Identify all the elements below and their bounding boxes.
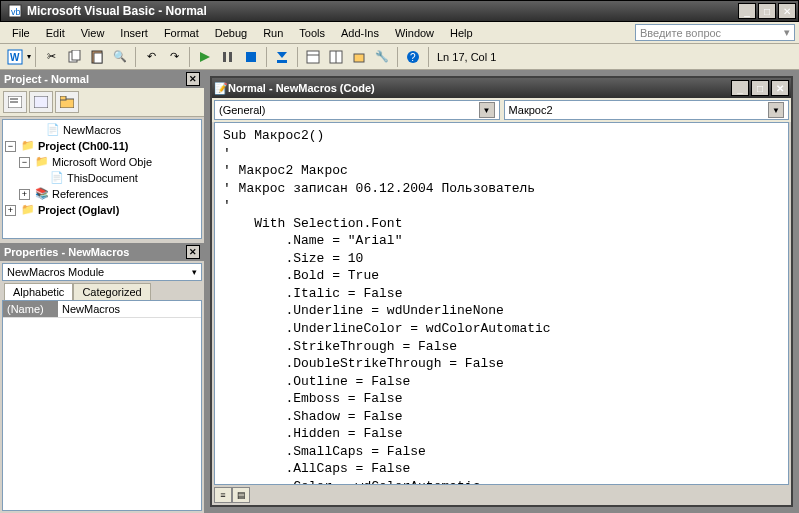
help-search-input[interactable]: Введите вопрос▾ (635, 24, 795, 41)
folder-icon: 📁 (35, 155, 49, 169)
tree-node-newmacros[interactable]: 📄NewMacros (5, 122, 199, 138)
help-icon[interactable]: ? (402, 46, 424, 68)
toolbar: W ▾ ✂ 🔍 ↶ ↷ 🔧 ? Ln 17, Col 1 (0, 44, 799, 70)
properties-panel-close-icon[interactable]: ✕ (186, 245, 200, 259)
tree-node-project2[interactable]: +📁Project (Oglavl) (5, 202, 199, 218)
svg-rect-18 (354, 54, 364, 62)
project-panel-title: Project - Normal ✕ (0, 70, 204, 88)
menu-run[interactable]: Run (255, 25, 291, 41)
toolbox-icon[interactable]: 🔧 (371, 46, 393, 68)
menu-format[interactable]: Format (156, 25, 207, 41)
code-editor[interactable]: Sub Макрос2() ' ' Макрос2 Макрос ' Макро… (214, 122, 789, 485)
view-object-icon[interactable] (29, 91, 53, 113)
module-icon: 📄 (46, 123, 60, 137)
menubar: File Edit View Insert Format Debug Run T… (0, 22, 799, 44)
code-icon: 📝 (214, 82, 228, 95)
properties-grid[interactable]: (Name) NewMacros (2, 300, 202, 511)
project-explorer-icon[interactable] (302, 46, 324, 68)
minimize-button[interactable]: _ (738, 3, 756, 19)
tree-node-project1[interactable]: −📁Project (Ch00-11) (5, 138, 199, 154)
project-icon: 📁 (21, 139, 35, 153)
chevron-down-icon: ▼ (768, 102, 784, 118)
svg-rect-5 (72, 50, 80, 60)
word-icon[interactable]: W (4, 46, 26, 68)
menu-edit[interactable]: Edit (38, 25, 73, 41)
svg-text:W: W (10, 52, 20, 63)
maximize-button[interactable]: □ (758, 3, 776, 19)
references-icon: 📚 (35, 187, 49, 201)
svg-rect-9 (223, 52, 226, 62)
break-icon[interactable] (217, 46, 239, 68)
code-close-button[interactable]: ✕ (771, 80, 789, 96)
document-icon: 📄 (50, 171, 64, 185)
menu-addins[interactable]: Add-Ins (333, 25, 387, 41)
tree-node-wordobj[interactable]: −📁Microsoft Word Obje (5, 154, 199, 170)
object-browser-icon[interactable] (348, 46, 370, 68)
properties-panel-title: Properties - NewMacros ✕ (0, 243, 204, 261)
svg-rect-24 (34, 96, 48, 108)
collapse-icon[interactable]: − (19, 157, 30, 168)
full-module-view-icon[interactable]: ▤ (232, 487, 250, 503)
project-tree[interactable]: 📄NewMacros −📁Project (Ch00-11) −📁Microso… (2, 119, 202, 239)
run-icon[interactable] (194, 46, 216, 68)
menu-debug[interactable]: Debug (207, 25, 255, 41)
design-mode-icon[interactable] (271, 46, 293, 68)
svg-marker-12 (277, 52, 287, 58)
svg-rect-7 (94, 53, 102, 63)
undo-icon[interactable]: ↶ (140, 46, 162, 68)
menu-tools[interactable]: Tools (291, 25, 333, 41)
svg-marker-8 (200, 52, 210, 62)
tab-alphabetic[interactable]: Alphabetic (4, 283, 73, 300)
expand-icon[interactable]: + (5, 205, 16, 216)
property-name: (Name) (3, 301, 58, 317)
svg-rect-14 (307, 51, 319, 63)
code-minimize-button[interactable]: _ (731, 80, 749, 96)
cursor-position: Ln 17, Col 1 (437, 51, 496, 63)
object-dropdown[interactable]: (General)▼ (214, 100, 500, 120)
properties-object-select[interactable]: NewMacros Module▾ (2, 263, 202, 281)
collapse-icon[interactable]: − (5, 141, 16, 152)
svg-rect-26 (60, 96, 66, 100)
properties-icon[interactable] (325, 46, 347, 68)
property-value[interactable]: NewMacros (58, 301, 124, 317)
svg-rect-10 (229, 52, 232, 62)
project-panel-close-icon[interactable]: ✕ (186, 72, 200, 86)
svg-text:vb: vb (11, 7, 21, 17)
app-title: Microsoft Visual Basic - Normal (27, 4, 738, 18)
svg-text:?: ? (410, 52, 416, 63)
toggle-folders-icon[interactable] (55, 91, 79, 113)
procedure-dropdown[interactable]: Макрос2▼ (504, 100, 790, 120)
expand-icon[interactable]: + (19, 189, 30, 200)
code-window: 📝 Normal - NewMacros (Code) _ □ ✕ (Gener… (210, 76, 793, 507)
tree-node-refs[interactable]: +📚References (5, 186, 199, 202)
code-window-titlebar: 📝 Normal - NewMacros (Code) _ □ ✕ (212, 78, 791, 98)
code-maximize-button[interactable]: □ (751, 80, 769, 96)
svg-rect-13 (277, 60, 287, 63)
paste-icon[interactable] (86, 46, 108, 68)
reset-icon[interactable] (240, 46, 262, 68)
app-icon: vb (7, 3, 23, 19)
view-code-icon[interactable] (3, 91, 27, 113)
app-titlebar: vb Microsoft Visual Basic - Normal _ □ ✕ (0, 0, 799, 22)
procedure-view-icon[interactable]: ≡ (214, 487, 232, 503)
redo-icon[interactable]: ↷ (163, 46, 185, 68)
property-row[interactable]: (Name) NewMacros (3, 301, 201, 318)
chevron-down-icon: ▼ (479, 102, 495, 118)
svg-rect-11 (246, 52, 256, 62)
menu-view[interactable]: View (73, 25, 113, 41)
copy-icon[interactable] (63, 46, 85, 68)
menu-help[interactable]: Help (442, 25, 481, 41)
menu-insert[interactable]: Insert (112, 25, 156, 41)
cut-icon[interactable]: ✂ (40, 46, 62, 68)
find-icon[interactable]: 🔍 (109, 46, 131, 68)
project-icon: 📁 (21, 203, 35, 217)
menu-file[interactable]: File (4, 25, 38, 41)
menu-window[interactable]: Window (387, 25, 442, 41)
tab-categorized[interactable]: Categorized (73, 283, 150, 300)
tree-node-thisdoc[interactable]: 📄ThisDocument (5, 170, 199, 186)
project-toolbar (0, 88, 204, 117)
close-button[interactable]: ✕ (778, 3, 796, 19)
